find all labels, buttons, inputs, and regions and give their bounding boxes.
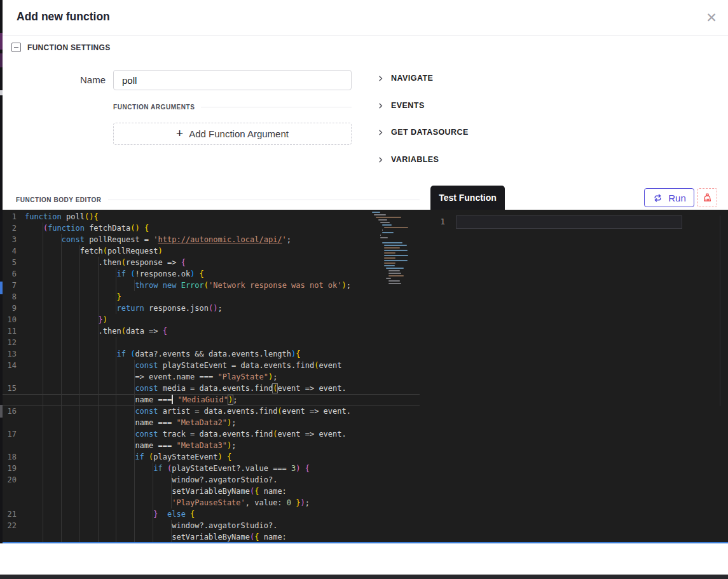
panel-label: NAVIGATE bbox=[391, 74, 433, 83]
chevron-right-icon bbox=[377, 129, 384, 136]
code-row: name === "MetaData2"); bbox=[0, 417, 420, 428]
function-settings-toggle[interactable]: FUNCTION SETTINGS bbox=[11, 43, 110, 52]
indent-guides bbox=[25, 314, 99, 325]
indent-guides bbox=[25, 291, 116, 303]
chevron-right-icon bbox=[377, 156, 384, 163]
plus-icon: + bbox=[176, 127, 183, 139]
indent-guides bbox=[25, 245, 80, 257]
test-function-tab-label: Test Function bbox=[439, 193, 497, 203]
run-label: Run bbox=[668, 193, 686, 203]
panel-navigate[interactable]: NAVIGATE bbox=[377, 71, 714, 85]
panel-get-datasource[interactable]: GET DATASOURCE bbox=[377, 125, 714, 139]
minimap-line bbox=[374, 214, 385, 215]
minimap-line bbox=[380, 237, 388, 238]
clear-button[interactable] bbox=[697, 188, 717, 207]
code-row: setVariableByName({ name: bbox=[0, 486, 420, 497]
code-row: 10}) bbox=[0, 314, 420, 325]
indent-guides bbox=[25, 383, 135, 394]
divider bbox=[201, 107, 352, 107]
close-icon: ✕ bbox=[706, 10, 717, 25]
minimap-line bbox=[378, 219, 387, 221]
minimap-line bbox=[384, 260, 408, 261]
indent-guides bbox=[25, 268, 116, 280]
indent-guides bbox=[25, 360, 135, 371]
indent-guides bbox=[25, 234, 62, 245]
code-row: 2(function fetchData() { bbox=[0, 222, 420, 234]
minimap-line bbox=[382, 224, 392, 226]
function-settings-label: FUNCTION SETTINGS bbox=[27, 43, 110, 52]
indent-guides bbox=[25, 531, 172, 543]
sliver-segment bbox=[0, 405, 3, 418]
panel-label: GET DATASOURCE bbox=[391, 128, 469, 137]
minimap-line bbox=[388, 280, 400, 282]
add-function-argument-button[interactable]: + Add Function Argument bbox=[113, 123, 352, 145]
minimap-line bbox=[382, 229, 383, 231]
code-row: 16const artist = data.events.find(event … bbox=[0, 405, 420, 417]
indent-guides bbox=[25, 394, 135, 405]
minimap-line bbox=[382, 242, 402, 243]
page-title: Add new function bbox=[17, 10, 110, 24]
minimap-line bbox=[384, 250, 408, 251]
add-function-modal: Add new function ✕ FUNCTION SETTINGS Nam… bbox=[0, 0, 728, 579]
run-button[interactable]: Run bbox=[644, 188, 694, 207]
code-row: 11.then(data => { bbox=[0, 325, 420, 337]
tab-test-function[interactable]: Test Function bbox=[430, 186, 505, 210]
indent-guides bbox=[25, 371, 135, 383]
indent-guides bbox=[25, 474, 172, 486]
code-row: 'PlayPauseState', value: 0 }); bbox=[0, 497, 420, 508]
code-row: 13if (data?.events && data.events.length… bbox=[0, 348, 420, 360]
test-editor-line-number: 1 bbox=[435, 217, 445, 226]
indent-guides bbox=[25, 508, 153, 520]
code-row: => event.name === "PlayState"); bbox=[0, 371, 420, 383]
minimap-line bbox=[384, 245, 407, 246]
modal-footer: Cancel Save bbox=[0, 545, 728, 575]
code-row: 14const playStateEvent = data.events.fin… bbox=[0, 360, 420, 371]
code-row: 1function poll(){ bbox=[0, 211, 420, 222]
minimap-line bbox=[372, 212, 380, 213]
code-row: 3const pollRequest = 'http://autonomic.l… bbox=[0, 234, 420, 245]
name-input[interactable] bbox=[113, 70, 352, 90]
function-arguments-label: FUNCTION ARGUMENTS bbox=[113, 104, 195, 111]
chevron-right-icon bbox=[377, 75, 384, 82]
code-row: 5.then(response => { bbox=[0, 257, 420, 268]
close-button[interactable]: ✕ bbox=[702, 8, 721, 27]
repeat-icon bbox=[652, 193, 663, 203]
function-body-editor-label: FUNCTION BODY EDITOR bbox=[16, 196, 102, 203]
indent-guides bbox=[25, 451, 135, 463]
minimap-line bbox=[384, 257, 395, 259]
minimap-line bbox=[380, 222, 390, 223]
code-row: 4fetch(pollRequest) bbox=[0, 245, 420, 257]
indent-guides bbox=[25, 486, 172, 497]
minimap[interactable] bbox=[372, 212, 418, 285]
indent-guides bbox=[25, 440, 135, 451]
code-row: 18if (playStateEvent) { bbox=[0, 451, 420, 463]
panel-variables[interactable]: VARIABLES bbox=[377, 153, 714, 167]
minimap-line bbox=[388, 273, 401, 274]
code-editor[interactable]: 1function poll(){2(function fetchData() … bbox=[0, 211, 420, 543]
sliver-segment bbox=[0, 33, 3, 50]
code-row: 8} bbox=[0, 291, 420, 303]
add-function-argument-label: Add Function Argument bbox=[189, 128, 289, 139]
panel-events[interactable]: EVENTS bbox=[377, 99, 714, 112]
code-row: name === "MediaGuid"); bbox=[0, 394, 420, 405]
code-row: 9return response.json(); bbox=[0, 303, 420, 314]
test-editor-divider bbox=[720, 215, 720, 406]
collapse-minus-icon bbox=[11, 43, 21, 52]
minimap-line bbox=[376, 217, 401, 218]
code-row: 15const media = data.events.find(event =… bbox=[0, 383, 420, 394]
code-row: name === "MetaData3"); bbox=[0, 440, 420, 451]
indent-guides bbox=[25, 222, 43, 234]
sliver-segment bbox=[0, 282, 3, 294]
indent-guides bbox=[25, 405, 135, 417]
test-editor-input[interactable] bbox=[456, 215, 682, 229]
code-row: 6if (!response.ok) { bbox=[0, 268, 420, 280]
indent-guides bbox=[25, 280, 135, 291]
indent-guides bbox=[25, 463, 153, 474]
function-body-editor-header: FUNCTION BODY EDITOR bbox=[16, 196, 420, 203]
panel-label: EVENTS bbox=[391, 101, 425, 110]
minimap-line bbox=[382, 232, 394, 233]
function-arguments-header: FUNCTION ARGUMENTS bbox=[113, 104, 352, 111]
indent-guides bbox=[25, 417, 135, 428]
name-label: Name bbox=[61, 74, 106, 85]
indent-guides bbox=[25, 520, 172, 531]
